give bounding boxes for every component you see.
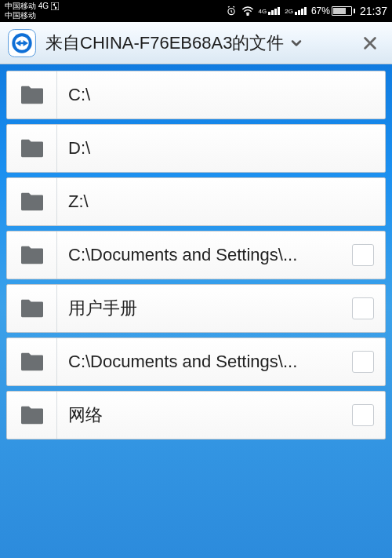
page-title: 来自CHINA-F76EB68A3的文件 [45, 31, 284, 55]
carrier-2: 中国移动 [5, 11, 59, 20]
list-item-body: 网络 [57, 392, 385, 439]
list-item[interactable]: C:\ [6, 71, 386, 119]
list-item[interactable]: 网络 [6, 391, 386, 439]
battery-indicator: 67% [311, 5, 355, 16]
signal-bars-2 [295, 7, 307, 15]
list-item-checkbox[interactable] [352, 244, 374, 266]
svg-rect-6 [20, 42, 24, 43]
status-left: 中国移动 4G 中国移动 [5, 2, 59, 20]
folder-icon [7, 125, 57, 172]
folder-icon [7, 285, 57, 332]
list-item[interactable]: 用户手册 [6, 284, 386, 333]
signal-bars-1 [268, 7, 280, 15]
clock: 21:37 [360, 5, 387, 17]
list-item-body: D:\ [57, 125, 385, 172]
list-item-body: Z:\ [57, 178, 385, 225]
app-header: 来自CHINA-F76EB68A3的文件 [0, 22, 392, 64]
carrier-1: 中国移动 4G [5, 2, 49, 11]
network-label-2: 2G [285, 8, 293, 15]
battery-percent: 67% [311, 5, 330, 16]
list-item-body: 用户手册 [57, 285, 385, 332]
close-icon [361, 35, 379, 52]
header-title-dropdown[interactable]: 来自CHINA-F76EB68A3的文件 [45, 31, 347, 55]
chevron-down-icon [289, 35, 304, 51]
list-item-body: C:\Documents and Settings\... [57, 338, 385, 385]
folder-icon [7, 71, 57, 119]
list-item-label: C:\ [68, 85, 374, 105]
network-label-1: 4G [259, 8, 267, 15]
list-item[interactable]: C:\Documents and Settings\... [6, 337, 386, 386]
sync-icon [51, 2, 59, 10]
svg-point-2 [247, 14, 249, 16]
folder-icon [7, 392, 57, 439]
list-item-label: C:\Documents and Settings\... [68, 245, 344, 265]
status-bar: 中国移动 4G 中国移动 4G 2G 67% 21:37 [0, 0, 392, 22]
list-item-label: 网络 [68, 403, 344, 427]
list-item-checkbox[interactable] [352, 297, 374, 319]
teamviewer-logo-icon [6, 27, 38, 59]
list-item-checkbox[interactable] [352, 351, 374, 373]
list-item[interactable]: Z:\ [6, 177, 386, 226]
list-item-body: C:\ [57, 71, 385, 119]
list-item[interactable]: D:\ [6, 124, 386, 173]
folder-icon [7, 178, 57, 225]
file-list: C:\D:\Z:\C:\Documents and Settings\...用户… [0, 64, 392, 446]
wifi-icon [241, 6, 254, 16]
list-item-checkbox[interactable] [352, 404, 374, 426]
close-button[interactable] [354, 27, 386, 59]
list-item-label: D:\ [68, 138, 374, 159]
list-item-label: Z:\ [68, 191, 374, 212]
list-item-body: C:\Documents and Settings\... [57, 232, 385, 279]
status-right: 4G 2G 67% 21:37 [226, 5, 387, 17]
list-item[interactable]: C:\Documents and Settings\... [6, 231, 386, 279]
folder-icon [7, 232, 57, 279]
list-item-label: C:\Documents and Settings\... [68, 352, 344, 372]
alarm-icon [226, 5, 237, 16]
folder-icon [7, 338, 57, 385]
list-item-label: 用户手册 [68, 297, 344, 320]
